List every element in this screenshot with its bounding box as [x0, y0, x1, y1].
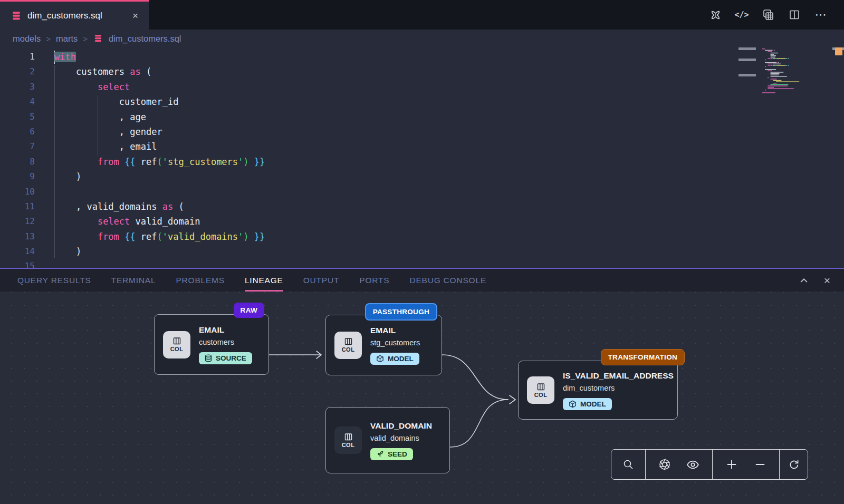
- split-editor-icon[interactable]: [788, 8, 801, 21]
- columns-icon: [536, 383, 545, 391]
- cube-icon: [376, 355, 384, 363]
- close-tab-icon[interactable]: ×: [130, 9, 140, 22]
- line-number: 4: [0, 94, 35, 109]
- columns-icon: [172, 337, 181, 345]
- seed-badge: SEED: [370, 448, 413, 460]
- lineage-node-valid-domains-valid-domain[interactable]: COL VALID_DOMAIN valid_domains SEED: [325, 407, 450, 473]
- tab-debug-console[interactable]: DEBUG CONSOLE: [409, 269, 486, 292]
- code-line[interactable]: , age: [54, 110, 781, 124]
- refresh-icon[interactable]: [785, 455, 803, 473]
- code-token: select: [98, 216, 130, 227]
- column-name: EMAIL: [199, 325, 224, 335]
- lineage-node-stg-customers-email[interactable]: PASSTHROUGH COL EMAIL stg_customers MODE…: [325, 315, 442, 375]
- code-token: valid_domain: [130, 216, 200, 227]
- code-token: (': [157, 157, 168, 167]
- columns-icon: [344, 433, 353, 441]
- search-icon[interactable]: [619, 455, 637, 473]
- model-name: valid_domains: [370, 432, 419, 444]
- code-token: (: [141, 66, 151, 77]
- column-chip: COL: [334, 427, 362, 454]
- code-token: ): [54, 171, 81, 182]
- code-line[interactable]: ): [54, 169, 781, 184]
- code-line[interactable]: from {{ ref('valid_domains') }}: [54, 229, 781, 244]
- code-line[interactable]: customer_id: [54, 94, 781, 109]
- code-line[interactable]: [54, 259, 781, 268]
- code-line[interactable]: , valid_domains as (: [54, 199, 781, 214]
- bottom-panel-tab-bar: QUERY RESULTSTERMINALPROBLEMSLINEAGEOUTP…: [0, 269, 844, 292]
- code-token: [249, 231, 254, 242]
- open-as-code-icon[interactable]: </>: [735, 8, 748, 21]
- code-lines: with customers as ( select customer_id ,…: [41, 50, 781, 268]
- breadcrumb-marts[interactable]: marts: [56, 34, 78, 44]
- minimap[interactable]: [761, 47, 815, 94]
- line-number: 3: [0, 80, 35, 94]
- column-name: EMAIL: [370, 325, 396, 336]
- code-line[interactable]: [54, 185, 781, 199]
- code-line[interactable]: , gender: [54, 124, 781, 139]
- code-line[interactable]: customers as (: [54, 64, 781, 79]
- duplicate-table-icon[interactable]: [762, 8, 774, 21]
- code-token: {{: [124, 231, 135, 242]
- breadcrumb: models > marts > dim_customers.sql: [0, 30, 844, 47]
- code-token: }}: [254, 231, 265, 242]
- zoom-in-icon[interactable]: [723, 455, 741, 473]
- snapshot-aperture-icon[interactable]: [656, 455, 674, 473]
- chevron-up-icon[interactable]: [799, 275, 809, 286]
- lineage-tag-passthrough: PASSTHROUGH: [365, 303, 437, 321]
- edge-valid-domains-to-dim-customers: [450, 400, 508, 447]
- database-icon: [12, 11, 21, 21]
- tab-terminal[interactable]: TERMINAL: [111, 269, 156, 292]
- tab-problems[interactable]: PROBLEMS: [176, 269, 225, 292]
- lineage-canvas[interactable]: RAW COL EMAIL customers SOURCE PASSTHROU…: [0, 292, 844, 504]
- lineage-node-dim-customers-is-valid-email-address[interactable]: TRANSFORMATION COL IS_VALID_EMAIL_ADDRES…: [518, 361, 678, 420]
- more-actions-icon[interactable]: ⋯: [814, 8, 827, 21]
- code-token: from: [98, 157, 119, 167]
- tab-dim-customers-sql[interactable]: dim_customers.sql ×: [0, 0, 149, 30]
- code-editor[interactable]: 123456789101112131415 with customers as …: [0, 47, 844, 268]
- code-token: customers: [54, 66, 130, 77]
- line-number: 5: [0, 110, 35, 124]
- tab-ports[interactable]: PORTS: [359, 269, 389, 292]
- code-token: (: [173, 201, 184, 212]
- code-line[interactable]: , email: [54, 139, 781, 154]
- tab-query-results[interactable]: QUERY RESULTS: [17, 269, 91, 292]
- tab-title: dim_customers.sql: [27, 11, 124, 21]
- code-token: [54, 157, 98, 167]
- code-token: , age: [54, 112, 146, 122]
- column-chip: COL: [163, 331, 190, 358]
- dbt-extension-icon[interactable]: [709, 8, 722, 21]
- line-number: 8: [0, 154, 35, 169]
- tab-output[interactable]: OUTPUT: [303, 269, 340, 292]
- code-token: select: [98, 82, 130, 92]
- line-number: 7: [0, 139, 35, 154]
- code-token: , gender: [54, 127, 162, 137]
- database-icon: [94, 34, 102, 43]
- line-number: 6: [0, 124, 35, 139]
- zoom-out-icon[interactable]: [751, 455, 769, 473]
- line-number: 14: [0, 244, 35, 259]
- code-line[interactable]: ): [54, 244, 781, 259]
- tab-lineage[interactable]: LINEAGE: [245, 269, 283, 292]
- code-line[interactable]: select valid_domain: [54, 214, 781, 229]
- code-token: [54, 216, 98, 227]
- code-token: (': [157, 231, 168, 242]
- column-chip: COL: [527, 376, 554, 404]
- code-token: ref: [136, 157, 157, 167]
- model-name: customers: [199, 336, 234, 348]
- line-number: 2: [0, 64, 35, 79]
- visibility-eye-icon[interactable]: [684, 455, 702, 473]
- code-line[interactable]: from {{ ref('stg_customers') }}: [54, 154, 781, 169]
- code-token: [119, 157, 124, 167]
- close-panel-icon[interactable]: ×: [824, 275, 830, 286]
- line-number: 9: [0, 169, 35, 184]
- lineage-tag-raw: RAW: [234, 303, 264, 318]
- line-number: 13: [0, 229, 35, 244]
- code-token: valid_domains: [168, 231, 238, 242]
- code-line[interactable]: with: [54, 50, 781, 64]
- lineage-node-customers-email[interactable]: RAW COL EMAIL customers SOURCE: [154, 314, 269, 375]
- breadcrumb-models[interactable]: models: [13, 34, 41, 44]
- code-line[interactable]: select: [54, 80, 781, 94]
- breadcrumb-file[interactable]: dim_customers.sql: [109, 34, 181, 44]
- code-token: '): [238, 231, 248, 242]
- code-token: customer_id: [54, 96, 178, 107]
